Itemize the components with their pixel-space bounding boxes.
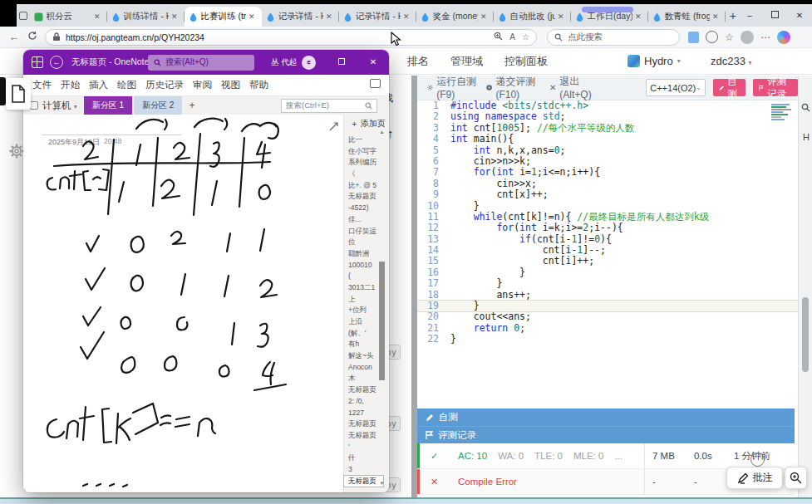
tab-close-icon[interactable]: ✕ <box>710 12 721 22</box>
menu-1[interactable]: 开始 <box>61 79 80 91</box>
tab-close-icon[interactable]: ✕ <box>323 12 335 22</box>
sidebar-page-icon[interactable] <box>688 32 699 43</box>
magnifier-button[interactable] <box>785 467 807 489</box>
section-tab-0[interactable]: 新分区 1 <box>84 96 132 115</box>
search-box[interactable]: 点此搜索 <box>547 29 680 46</box>
page-list-item[interactable]: 1227 <box>344 408 383 419</box>
page-list-item[interactable]: (解、' <box>344 328 383 340</box>
page-list-item[interactable]: 什 <box>344 453 383 464</box>
browser-tab-3[interactable]: 记录详情 - Hydro✕ <box>262 7 339 27</box>
user-dropdown[interactable]: zdc233 ▾ <box>711 55 752 67</box>
annotation-tool-button[interactable] <box>6 78 31 110</box>
page-list-item[interactable]: 比一 <box>344 135 383 146</box>
nav-item-0[interactable]: 排名 <box>407 54 429 69</box>
search-icon[interactable] <box>801 100 810 115</box>
browser-tab-5[interactable]: 奖金 (money) - 题✕ <box>416 7 494 27</box>
page-list-item[interactable]: 佳... <box>344 214 383 226</box>
nav-item-1[interactable]: 管理域 <box>450 54 483 69</box>
menu-5[interactable]: 审阅 <box>193 79 212 91</box>
page-list-item[interactable]: 3 <box>344 464 383 476</box>
page-list-item[interactable]: +位列 <box>344 305 383 316</box>
menu-4[interactable]: 历史记录 <box>145 79 184 91</box>
pagelist-scrollbar[interactable]: ▲ ▼ <box>379 131 385 484</box>
page-list-item[interactable]: 无标题页 <box>344 430 383 442</box>
tab-close-icon[interactable]: ✕ <box>401 12 412 22</box>
taskbar-sliver[interactable] <box>0 497 812 504</box>
page-list-item[interactable]: 无标题页 <box>344 384 383 396</box>
menu-3[interactable]: 绘图 <box>117 79 136 91</box>
records-button[interactable]: 评测记录 <box>753 79 798 96</box>
browser-tab-8[interactable]: 数青蛙 (frog) - 题✕ <box>648 7 726 27</box>
new-tab-button[interactable]: + <box>729 7 737 24</box>
minimize-button[interactable]: – <box>294 50 326 75</box>
page-list-item[interactable]: 上沿 <box>344 316 383 328</box>
tab-actions-button[interactable] <box>18 7 28 24</box>
tab-close-icon[interactable]: ✕ <box>169 12 180 22</box>
language-select[interactable]: C++14(O2) ⌄ <box>646 79 706 96</box>
selftest-button[interactable]: 自测 <box>713 79 746 96</box>
exit-button[interactable]: ✕ 退出 (Alt+Q) <box>549 75 593 100</box>
menu-2[interactable]: 插入 <box>89 79 108 91</box>
browser-tab-1[interactable]: 训练详情 - Hydro✕ <box>107 7 185 27</box>
read-aloud-icon[interactable]: A <box>509 32 515 42</box>
pagelist-scrollbar-thumb[interactable] <box>379 262 385 380</box>
section-tab-1[interactable]: 新分区 2 <box>134 96 182 115</box>
page-list-item[interactable]: 木 <box>344 373 383 384</box>
page-list-item[interactable]: 比+. @ 5 <box>344 180 383 192</box>
page-list-item[interactable]: 3013二1 <box>344 282 383 294</box>
zoom-page-icon[interactable] <box>494 32 503 42</box>
back-icon[interactable]: ← <box>50 56 63 69</box>
page-list-item[interactable]: 解这~头 <box>344 350 383 362</box>
page-list-item[interactable]: Anocon <box>344 362 383 374</box>
tab-close-icon[interactable]: ✕ <box>555 12 567 22</box>
tab-close-icon[interactable]: ✕ <box>632 12 644 22</box>
section-search-box[interactable]: 搜索(Ctrl+E) <box>281 99 377 113</box>
page-list-item[interactable]: 聪黔洲 <box>344 248 383 260</box>
menu-6[interactable]: 视图 <box>221 79 240 91</box>
page-list-item[interactable]: ( <box>344 271 383 282</box>
domain-dropdown[interactable]: Hydro ▾ <box>627 55 681 67</box>
page-list-item[interactable]: 2: /0, <box>344 396 383 408</box>
scroll-up-icon[interactable]: ▲ <box>379 130 385 135</box>
selftest-panel-header[interactable]: 自测 <box>417 409 795 426</box>
page-list-item[interactable]: 100010 <box>344 260 383 272</box>
page-list-item[interactable]: 有h <box>344 339 383 350</box>
minimize-button[interactable]: – <box>737 4 762 27</box>
page-list-item[interactable]: -4522) <box>344 203 383 214</box>
annotation-dock-handle[interactable] <box>0 77 6 105</box>
run-selftest-button[interactable]: 运行自测 (F9) <box>427 75 476 100</box>
close-button[interactable]: ✕ <box>787 4 812 27</box>
browser-tab-2[interactable]: 比赛训练 (train)✕ <box>185 7 262 27</box>
profile-avatar[interactable] <box>741 31 754 44</box>
pane-splitter[interactable] <box>411 76 417 497</box>
records-panel-header[interactable]: 评测记录 <box>417 426 795 443</box>
back-icon[interactable]: ← <box>5 31 23 43</box>
tab-close-icon[interactable]: ✕ <box>246 12 258 22</box>
browser-tab-6[interactable]: 自动批改 (judge)✕ <box>494 7 571 27</box>
tab-close-icon[interactable]: ✕ <box>91 12 103 22</box>
settings-gear-icon[interactable] <box>7 141 27 164</box>
close-button[interactable]: ✕ <box>357 50 389 75</box>
onenote-titlebar[interactable]: ← 无标题页 - OneNote 搜索(Alt+Q) 丛 代起 ● – ✕ <box>23 50 389 75</box>
refresh-icon[interactable] <box>23 31 42 43</box>
address-bar[interactable]: https://oj.pangteam.cn/p/QYH20234 A ☆ <box>45 29 537 46</box>
page-list-item[interactable]: 系列编历 <box>344 157 383 169</box>
page-list-item[interactable]: 上 <box>344 294 383 306</box>
result-row-0[interactable]: ✓AC: 10WA: 0TLE: 0MLE: 0...7 MB0.0s1 分钟前 <box>417 443 795 469</box>
submit-button[interactable]: 递交评测 (F10) <box>486 75 539 100</box>
onenote-search-box[interactable]: 搜索(Alt+Q) <box>148 55 254 71</box>
page-list-item[interactable]: 无标题页 <box>344 191 383 203</box>
favorite-star-icon[interactable]: ☆ <box>522 32 529 42</box>
page-list-item[interactable]: 住小写字 <box>344 146 383 158</box>
page-list-item[interactable]: 无标题页 <box>344 418 383 430</box>
menu-0[interactable]: 文件 <box>32 79 52 91</box>
window-layout-icon[interactable] <box>370 79 381 88</box>
more-menu-icon[interactable]: ⋯ <box>760 32 770 43</box>
browser-tab-4[interactable]: 记录详情 - Hydro✕ <box>339 7 416 27</box>
menu-7[interactable]: 帮助 <box>249 79 268 91</box>
page-list-item[interactable]: ' <box>344 442 383 453</box>
code-editor[interactable]: 1#include <bits/stdc++.h>2using namespac… <box>417 100 798 406</box>
nav-item-2[interactable]: 控制面板 <box>504 54 548 69</box>
page-scrollbar-thumb[interactable] <box>802 297 809 372</box>
favorites-icon[interactable]: ☆ <box>725 32 734 43</box>
